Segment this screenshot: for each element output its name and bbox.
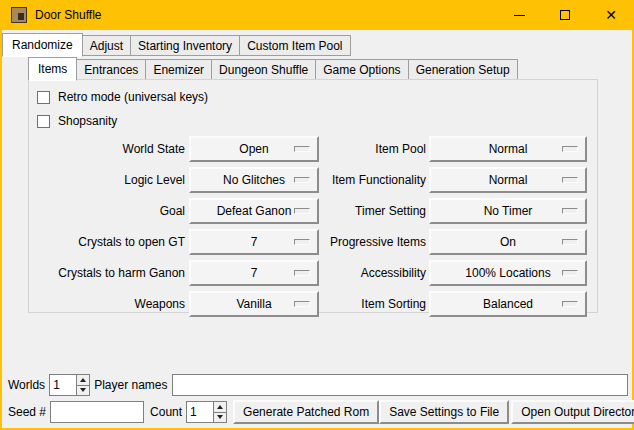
window-controls: ✕ [496, 0, 634, 30]
dropdown-indicator-icon [294, 177, 310, 183]
option-row: Crystals to harm Ganon 7 Accessibility 1… [29, 260, 597, 286]
tab-entrances[interactable]: Entrances [77, 59, 146, 80]
player-names-label: Player names [94, 378, 167, 392]
option-row: Logic Level No Glitches Item Functionali… [29, 167, 597, 193]
spin-down-arrow-icon [217, 415, 223, 419]
seed-label: Seed # [8, 405, 46, 419]
crystals-harm-ganon-label: Crystals to harm Ganon [29, 266, 189, 280]
item-pool-dropdown[interactable]: Normal [429, 136, 587, 162]
logic-level-dropdown[interactable]: No Glitches [189, 167, 319, 193]
seed-input[interactable] [50, 401, 144, 423]
open-output-directory-button[interactable]: Open Output Directory [511, 400, 634, 424]
spin-up-arrow-icon [80, 378, 86, 382]
accessibility-label: Accessibility [319, 266, 429, 280]
seed-row: Seed # Count Generate Patched Rom Save S… [8, 400, 628, 424]
items-tab-pane: Retro mode (universal keys) Shopsanity W… [28, 79, 598, 313]
spin-up-arrow-icon [217, 405, 223, 409]
dropdown-indicator-icon [294, 146, 310, 152]
worlds-row: Worlds Player names [8, 374, 628, 396]
weapons-label: Weapons [29, 297, 189, 311]
maximize-button[interactable] [542, 0, 588, 30]
world-state-dropdown[interactable]: Open [189, 136, 319, 162]
shopsanity-checkbox-row: Shopsanity [29, 110, 597, 132]
door-app-icon [11, 7, 27, 23]
options-grid: World State Open Item Pool Normal Logic … [29, 136, 597, 317]
client-area: Randomize Adjust Starting Inventory Cust… [2, 30, 632, 428]
spin-down-arrow-icon [80, 388, 86, 392]
item-functionality-dropdown[interactable]: Normal [429, 167, 587, 193]
crystals-open-gt-label: Crystals to open GT [29, 235, 189, 249]
retro-mode-checkbox[interactable] [37, 91, 50, 104]
tab-generation-setup[interactable]: Generation Setup [409, 59, 518, 80]
goal-label: Goal [29, 204, 189, 218]
tab-game-options[interactable]: Game Options [316, 59, 408, 80]
retro-mode-label: Retro mode (universal keys) [58, 90, 208, 104]
count-spinbox[interactable] [186, 401, 227, 423]
dropdown-indicator-icon [562, 177, 578, 183]
goal-dropdown[interactable]: Defeat Ganon [189, 198, 319, 224]
dropdown-indicator-icon [562, 301, 578, 307]
crystals-harm-ganon-dropdown[interactable]: 7 [189, 260, 319, 286]
dropdown-indicator-icon [294, 301, 310, 307]
secondary-tab-bar: Items Entrances Enemizer Dungeon Shuffle… [28, 56, 518, 80]
accessibility-dropdown[interactable]: 100% Locations [429, 260, 587, 286]
worlds-spin-down[interactable] [77, 386, 89, 396]
count-spin-arrows [213, 402, 226, 422]
timer-setting-dropdown[interactable]: No Timer [429, 198, 587, 224]
minimize-button[interactable] [496, 0, 542, 30]
crystals-open-gt-dropdown[interactable]: 7 [189, 229, 319, 255]
count-spin-down[interactable] [214, 413, 226, 423]
item-pool-label: Item Pool [319, 142, 429, 156]
primary-tab-bar: Randomize Adjust Starting Inventory Cust… [2, 32, 351, 56]
worlds-spin-arrows [76, 375, 89, 395]
option-row: Goal Defeat Ganon Timer Setting No Timer [29, 198, 597, 224]
generate-patched-rom-button[interactable]: Generate Patched Rom [233, 400, 379, 424]
tab-items[interactable]: Items [28, 57, 77, 81]
count-label: Count [150, 405, 182, 419]
dropdown-indicator-icon [562, 239, 578, 245]
minimize-icon [514, 15, 525, 16]
player-names-input[interactable] [172, 374, 629, 396]
item-functionality-label: Item Functionality [319, 173, 429, 187]
dropdown-indicator-icon [562, 146, 578, 152]
shopsanity-label: Shopsanity [58, 114, 117, 128]
weapons-dropdown[interactable]: Vanilla [189, 291, 319, 317]
item-sorting-dropdown[interactable]: Balanced [429, 291, 587, 317]
item-sorting-label: Item Sorting [319, 297, 429, 311]
retro-mode-checkbox-row: Retro mode (universal keys) [29, 86, 597, 108]
count-input[interactable] [187, 402, 213, 422]
option-row: Crystals to open GT 7 Progressive Items … [29, 229, 597, 255]
option-row: World State Open Item Pool Normal [29, 136, 597, 162]
tab-randomize[interactable]: Randomize [2, 33, 83, 57]
shopsanity-checkbox[interactable] [37, 115, 50, 128]
maximize-icon [560, 10, 570, 20]
progressive-items-label: Progressive Items [319, 235, 429, 249]
worlds-spinbox[interactable] [49, 374, 90, 396]
tab-starting-inventory[interactable]: Starting Inventory [131, 35, 240, 56]
dropdown-indicator-icon [294, 270, 310, 276]
close-icon: ✕ [605, 8, 617, 22]
tab-adjust[interactable]: Adjust [83, 35, 131, 56]
worlds-input[interactable] [50, 375, 76, 395]
dropdown-indicator-icon [294, 239, 310, 245]
tab-custom-item-pool[interactable]: Custom Item Pool [240, 35, 350, 56]
dropdown-indicator-icon [562, 270, 578, 276]
progressive-items-dropdown[interactable]: On [429, 229, 587, 255]
timer-setting-label: Timer Setting [319, 204, 429, 218]
tab-enemizer[interactable]: Enemizer [146, 59, 212, 80]
worlds-spin-up[interactable] [77, 375, 89, 386]
close-button[interactable]: ✕ [588, 0, 634, 30]
worlds-label: Worlds [8, 378, 45, 392]
app-window: Door Shuffle ✕ Randomize Adjust Starting… [0, 0, 634, 430]
door-keyhole-icon [18, 13, 24, 20]
dropdown-indicator-icon [562, 208, 578, 214]
option-row: Weapons Vanilla Item Sorting Balanced [29, 291, 597, 317]
dropdown-indicator-icon [294, 208, 310, 214]
window-title: Door Shuffle [35, 8, 102, 22]
tab-dungeon-shuffle[interactable]: Dungeon Shuffle [212, 59, 316, 80]
save-settings-button[interactable]: Save Settings to File [379, 400, 509, 424]
logic-level-label: Logic Level [29, 173, 189, 187]
count-spin-up[interactable] [214, 402, 226, 413]
title-bar[interactable]: Door Shuffle ✕ [0, 0, 634, 30]
world-state-label: World State [29, 142, 189, 156]
